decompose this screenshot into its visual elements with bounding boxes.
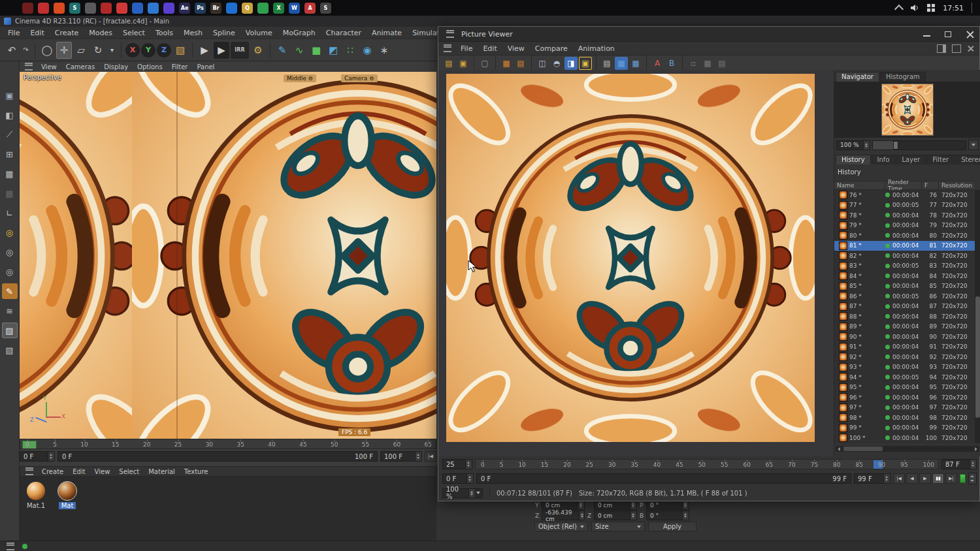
knife-icon[interactable]: ⟋	[2, 127, 18, 142]
timeline-range-bar[interactable]: 0 F 100 F	[57, 451, 378, 462]
pv-menu-view[interactable]: View	[502, 43, 530, 54]
pause-icon[interactable]: ▮▮	[932, 473, 944, 484]
history-row[interactable]: 81 *00:00:0481720x720	[834, 241, 975, 251]
taskbar-app-icon[interactable]: A	[304, 3, 316, 14]
pv-menu-compare[interactable]: Compare	[530, 43, 573, 54]
c4d-titlebar[interactable]: Cinema 4D R23.110 (RC) - [fractale.c4d] …	[0, 16, 980, 27]
history-column-resolution[interactable]: Resolution	[939, 181, 975, 189]
coord-system-icon[interactable]: ▧	[172, 42, 188, 59]
taskbar-app-icon[interactable]	[85, 3, 96, 14]
spline-smooth-icon[interactable]: ◎	[2, 225, 18, 240]
grid-dim-icon[interactable]: ▦	[701, 57, 714, 70]
live-selection-icon[interactable]: ◯	[39, 42, 55, 59]
tab-history[interactable]: History	[836, 155, 871, 165]
badge-camera[interactable]: Camera ⚙	[341, 74, 378, 82]
show-desktop-button[interactable]	[972, 3, 976, 13]
pv-window-menu-icon[interactable]	[446, 30, 454, 38]
maximize-button[interactable]	[944, 30, 953, 39]
scroll-right-icon[interactable]	[973, 446, 979, 452]
spline-pen-icon[interactable]: ◎	[2, 264, 18, 279]
scroll-left-icon[interactable]	[836, 446, 842, 452]
taskbar-app-icon[interactable]	[54, 3, 65, 14]
compare-ab-icon[interactable]: ◨	[564, 57, 578, 70]
full-image-icon[interactable]: ▢	[478, 57, 491, 70]
history-column-f[interactable]: F	[922, 181, 939, 189]
taskbar-app-icon[interactable]: S	[69, 3, 80, 14]
mat-menu-edit[interactable]: Edit	[68, 467, 90, 476]
mat-menu-texture[interactable]: Texture	[180, 467, 213, 476]
menu-tools[interactable]: Tools	[150, 27, 178, 39]
taskbar-app-icon[interactable]	[132, 3, 143, 14]
history-hscrollbar[interactable]	[836, 446, 979, 452]
taskbar-app-icon[interactable]	[116, 3, 127, 14]
polygon-pen-icon[interactable]: ⊞	[2, 146, 18, 162]
navigator-thumbnail[interactable]	[882, 84, 933, 135]
pv-fps-field[interactable]: 25	[442, 459, 472, 469]
badge-middle[interactable]: Middle ⚙	[284, 74, 316, 82]
end-frame-field[interactable]: 100 F	[380, 451, 422, 462]
layout-table-icon[interactable]: ▦	[500, 57, 513, 70]
open-icon[interactable]: ▤	[442, 57, 455, 70]
save-icon[interactable]: ▣	[457, 57, 470, 70]
menu-select[interactable]: Select	[118, 27, 150, 39]
layout-rows-icon[interactable]: ▤	[514, 57, 527, 70]
history-row[interactable]: 100 *00:00:04100720x720	[834, 433, 975, 443]
float-window-icon[interactable]	[952, 44, 961, 53]
taskbar-app-icon[interactable]	[148, 3, 159, 14]
gear-icon[interactable]: ⚙	[369, 76, 374, 82]
step-back-icon[interactable]: ◀	[906, 473, 918, 484]
rotate-icon[interactable]: ↻	[90, 42, 106, 59]
rows-dim-icon[interactable]: ▤	[715, 57, 728, 70]
taskbar-app-icon[interactable]: W	[289, 3, 300, 14]
nav-zoom-slider[interactable]	[872, 140, 966, 150]
history-row[interactable]: 76 *00:00:0476720x720	[834, 190, 975, 200]
history-row[interactable]: 86 *00:00:0586720x720	[834, 291, 975, 302]
spline-icon[interactable]: ∿	[291, 42, 307, 59]
menu-mograph[interactable]: MoGraph	[278, 27, 321, 39]
clock[interactable]: 17:51	[943, 4, 964, 12]
vp-menu-cameras[interactable]: Cameras	[61, 63, 99, 71]
tab-stereo[interactable]: Stereo	[955, 155, 980, 165]
timeline-ruler[interactable]: 05101520253035404550556065	[20, 439, 436, 449]
sculpt-pen-icon[interactable]: ✎	[2, 283, 18, 299]
coord-field[interactable]: 0 cm	[594, 500, 637, 510]
cube-icon[interactable]: ■	[308, 42, 324, 59]
paint-icon[interactable]: ◧	[2, 107, 18, 123]
tab-histogram[interactable]: Histogram	[880, 72, 926, 82]
compare-set-icon[interactable]: ▣	[579, 57, 592, 70]
lock-z-icon[interactable]: Z	[157, 43, 171, 57]
redo-icon[interactable]: ↷	[21, 42, 31, 59]
pv-range-start-field[interactable]: 0 F	[442, 473, 474, 484]
taskbar-app-icon[interactable]	[257, 3, 269, 14]
vp-menu-filter[interactable]: Filter	[167, 63, 193, 71]
current-frame-field[interactable]: 0 F	[20, 451, 55, 462]
viewport-solo-icon[interactable]: ▣	[2, 87, 18, 103]
coord-field[interactable]: -636.439 cm	[542, 511, 585, 520]
coord-spinner[interactable]	[682, 501, 689, 509]
render-settings-icon[interactable]: ⚙	[250, 42, 266, 59]
disabled-tool-icon[interactable]: ▦	[2, 185, 18, 201]
history-row[interactable]: 84 *00:00:0484720x720	[834, 271, 975, 281]
scale-icon[interactable]: ▱	[73, 42, 89, 59]
taskbar-app-icon[interactable]	[38, 3, 49, 14]
vp-menu-options[interactable]: Options	[133, 63, 167, 71]
history-row[interactable]: 99 *00:00:0499720x720	[834, 423, 975, 433]
history-row[interactable]: 93 *00:00:0493720x720	[834, 362, 975, 373]
hatch-selected-icon[interactable]: ▨	[2, 323, 18, 338]
history-row[interactable]: 92 *00:00:0492720x720	[834, 352, 975, 362]
pv-current-frame-field[interactable]: 87 F	[941, 459, 977, 469]
app-grid-icon[interactable]	[927, 4, 935, 12]
viewport-menu-icon[interactable]	[25, 63, 33, 71]
wireframe-icon[interactable]: ≋	[2, 303, 18, 319]
viewport-canvas[interactable]: Perspective Middle ⚙ Camera ⚙ FPS : 6.6 …	[20, 72, 436, 439]
pv-menu-edit[interactable]: Edit	[478, 43, 502, 54]
history-row[interactable]: 94 *00:00:0594720x720	[834, 372, 975, 383]
menu-file[interactable]: File	[3, 27, 25, 39]
vp-menu-view[interactable]: View	[37, 63, 61, 71]
minimize-button[interactable]	[923, 30, 931, 39]
mat-menu-material[interactable]: Material	[144, 467, 180, 476]
menu-volume[interactable]: Volume	[240, 27, 278, 39]
pv-range-start-spinner[interactable]	[466, 474, 473, 483]
mograph-icon[interactable]: ∷	[342, 42, 358, 59]
pv-menu-file[interactable]: File	[455, 43, 478, 54]
